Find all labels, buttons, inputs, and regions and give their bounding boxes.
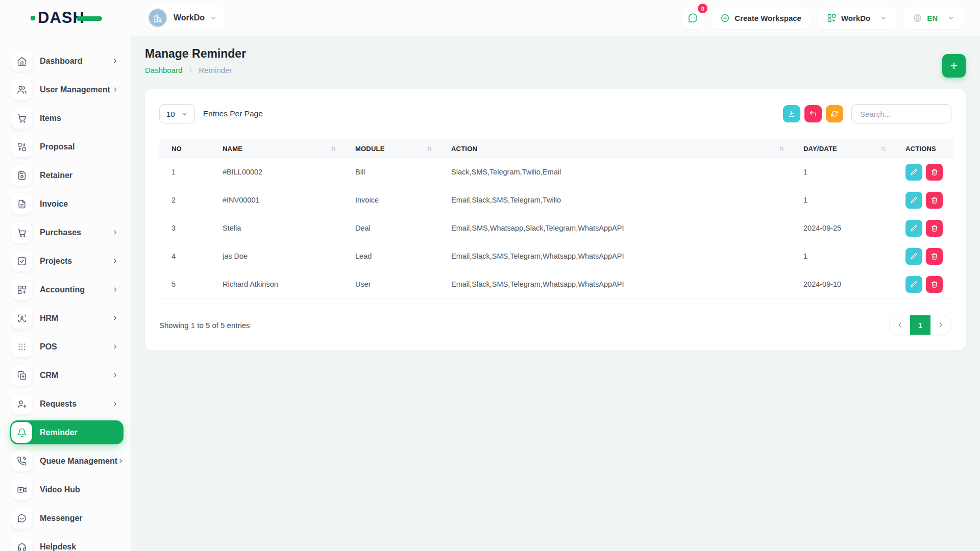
add-reminder-button[interactable]	[942, 54, 966, 78]
logo-accent-dot	[31, 16, 35, 20]
home-icon	[11, 51, 32, 71]
edit-button[interactable]	[905, 276, 922, 293]
users-icon	[11, 79, 32, 100]
cell-module: User	[343, 270, 439, 298]
delete-button[interactable]	[926, 248, 943, 265]
cell-day-date: 2024-09-10	[791, 270, 893, 298]
edit-button[interactable]	[905, 248, 922, 265]
sidebar-item-label: Reminder	[40, 428, 78, 437]
column-label: MODULE	[355, 145, 385, 153]
column-header-module[interactable]: MODULE	[343, 139, 439, 158]
previous-page-button[interactable]	[890, 315, 910, 335]
sidebar-item-messenger[interactable]: Messenger	[10, 506, 124, 530]
sidebar-item-crm[interactable]: CRM	[10, 363, 124, 387]
pencil-icon	[910, 196, 918, 204]
sidebar-item-queue-management[interactable]: Queue Management	[10, 449, 124, 473]
delete-button[interactable]	[926, 192, 943, 209]
chevron-right-icon	[937, 321, 944, 329]
edit-button[interactable]	[905, 192, 922, 209]
sidebar-item-purchases[interactable]: Purchases	[10, 220, 124, 244]
undo-button[interactable]	[804, 105, 822, 122]
sidebar-item-video-hub[interactable]: Video Hub	[10, 478, 124, 502]
sidebar-item-helpdesk[interactable]: Helpdesk	[10, 535, 124, 551]
workspace-switcher[interactable]: WorkDo	[146, 6, 225, 30]
pencil-icon	[910, 168, 918, 176]
sidebar-item-items[interactable]: Items	[10, 106, 124, 130]
workspace-name: WorkDo	[174, 13, 205, 22]
sidebar-item-projects[interactable]: Projects	[10, 249, 124, 273]
toolbar-actions	[783, 105, 843, 122]
chevron-right-icon	[112, 229, 118, 236]
app-logo[interactable]: DASH	[31, 9, 122, 27]
sidebar-item-user-management[interactable]: User Management	[10, 78, 124, 102]
plus-icon	[949, 61, 959, 71]
search-input[interactable]	[851, 104, 951, 123]
plus-circle-icon	[720, 13, 730, 23]
globe-icon	[913, 13, 922, 23]
chevron-right-icon	[112, 286, 118, 293]
sidebar-item-pos[interactable]: POS	[10, 335, 124, 359]
reminder-table: NONAMEMODULEACTIONDAY/DATEACTIONS 1#BILL…	[159, 139, 953, 298]
sidebar-item-dashboard[interactable]: Dashboard	[10, 49, 124, 73]
table-row: 1#BILL00002BillSlack,SMS,Telegram,Twilio…	[159, 158, 953, 186]
page-title: Manage Reminder	[145, 47, 966, 61]
undo-icon	[809, 110, 817, 118]
cell-day-date: 1	[791, 242, 893, 270]
current-page-button[interactable]: 1	[910, 315, 930, 335]
sidebar-item-proposal[interactable]: Proposal	[10, 135, 124, 159]
export-button[interactable]	[783, 105, 800, 122]
trash-icon	[930, 168, 938, 176]
cell-actions	[893, 214, 953, 242]
column-header-name[interactable]: NAME	[210, 139, 343, 158]
edit-button[interactable]	[905, 164, 922, 181]
refresh-button[interactable]	[826, 105, 843, 122]
column-header-action[interactable]: ACTION	[439, 139, 791, 158]
swap-grid-icon	[11, 136, 32, 157]
breadcrumb: DashboardReminder	[145, 66, 966, 74]
sidebar-item-accounting[interactable]: Accounting	[10, 278, 124, 302]
sidebar-item-label: Messenger	[40, 514, 83, 523]
app-menu-button[interactable]: WorkDo	[818, 7, 896, 29]
delete-button[interactable]	[926, 220, 943, 237]
cell-day-date: 1	[791, 158, 893, 186]
column-label: NAME	[223, 145, 242, 153]
column-label: DAY/DATE	[803, 145, 837, 153]
cell-name: Richard Atkinson	[210, 270, 343, 298]
create-workspace-button[interactable]: Create Workspace	[711, 7, 811, 29]
sidebar-item-label: Proposal	[40, 142, 75, 152]
pagination: 1	[889, 315, 951, 335]
pencil-icon	[910, 224, 918, 232]
cell-no: 1	[159, 158, 210, 186]
entries-per-page-select[interactable]: 10	[159, 104, 195, 123]
chevron-down-icon	[947, 14, 954, 21]
pencil-icon	[910, 281, 918, 288]
sidebar-item-requests[interactable]: Requests	[10, 392, 124, 416]
sidebar-item-label: CRM	[40, 371, 58, 380]
sidebar-item-retainer[interactable]: Retainer	[10, 163, 124, 187]
chevron-left-icon	[896, 321, 903, 329]
cell-actions	[893, 186, 953, 214]
column-label: ACTIONS	[905, 145, 936, 153]
sidebar-item-hrm[interactable]: HRM	[10, 306, 124, 330]
sidebar-item-reminder[interactable]: Reminder	[10, 420, 124, 444]
column-header-no: NO	[159, 139, 210, 158]
save-icon	[11, 165, 32, 186]
next-page-button[interactable]	[930, 315, 951, 335]
messages-button[interactable]: 0	[681, 7, 704, 29]
squares-plus-icon	[11, 365, 32, 386]
language-selector[interactable]: EN	[903, 7, 964, 29]
column-header-day-date[interactable]: DAY/DATE	[791, 139, 893, 158]
column-header-actions: ACTIONS	[893, 139, 953, 158]
delete-button[interactable]	[926, 164, 943, 181]
column-label: ACTION	[451, 145, 477, 153]
trash-icon	[930, 196, 938, 204]
main-content: Manage Reminder DashboardReminder 10 Ent…	[131, 36, 980, 551]
app-menu-label: WorkDo	[841, 14, 870, 22]
cell-module: Bill	[343, 158, 439, 186]
sidebar-item-invoice[interactable]: Invoice	[10, 192, 124, 216]
delete-button[interactable]	[926, 276, 943, 293]
reminder-card: 10 Entries Per Page NONAMEMODULEACTIONDA…	[145, 89, 966, 350]
check-square-icon	[11, 251, 32, 271]
edit-button[interactable]	[905, 220, 922, 237]
breadcrumb-dashboard[interactable]: Dashboard	[145, 66, 182, 74]
